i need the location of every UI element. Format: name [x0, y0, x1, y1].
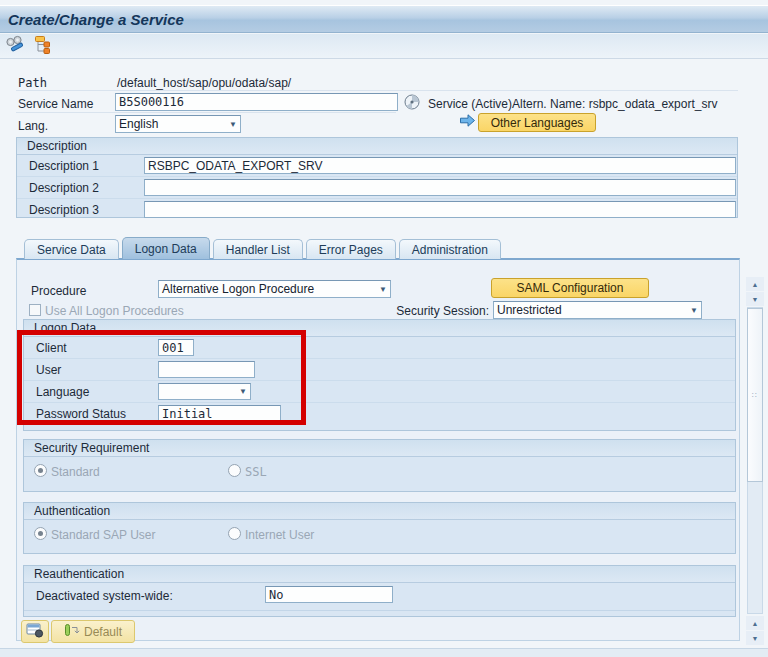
client-label: Client [36, 341, 67, 355]
standard-radio-label: Standard [51, 465, 100, 479]
user-label: User [36, 363, 61, 377]
security-requirement-header-label: Security Requirement [34, 441, 149, 455]
language-dropdown[interactable]: ▼ [158, 383, 251, 400]
standard-radio[interactable] [34, 464, 47, 477]
procedure-value: Alternative Logon Procedure [162, 282, 314, 296]
saml-configuration-button[interactable]: SAML Configuration [491, 278, 649, 298]
reauthentication-header-label: Reauthentication [34, 567, 124, 581]
hierarchy-button[interactable] [32, 36, 54, 57]
authentication-header-label: Authentication [34, 504, 110, 518]
window-titlebar: Create/Change a Service [0, 5, 768, 33]
tab-administration[interactable]: Administration [399, 239, 501, 259]
description-header-label: Description [27, 139, 87, 153]
description-2-input[interactable] [144, 179, 736, 196]
path-value: /default_host/sap/opu/odata/sap/ [117, 76, 291, 90]
client-input[interactable] [158, 339, 194, 356]
reauthentication-header: Reauthentication [24, 566, 735, 583]
reauthentication-group: Reauthentication Deactivated system-wide… [23, 565, 736, 617]
security-requirement-header: Security Requirement [24, 440, 735, 457]
logon-data-group: Logon Data Client User Language ▼ Passwo… [23, 319, 736, 431]
client-row: Client [24, 337, 735, 359]
use-all-logon-checkbox[interactable] [29, 304, 41, 316]
security-session-label: Security Session: [327, 304, 489, 318]
description-group-header: Description [17, 138, 737, 155]
display-change-button[interactable] [4, 36, 26, 57]
default-button[interactable]: Default [51, 620, 135, 643]
authentication-header: Authentication [24, 503, 735, 520]
logon-data-group-header: Logon Data [24, 320, 735, 337]
default-icon [64, 623, 80, 641]
procedure-label: Procedure [31, 284, 86, 298]
service-name-label: Service Name [18, 97, 93, 111]
description-row-1: Description 1 [17, 155, 737, 177]
arrow-right-icon [459, 113, 476, 131]
description-row-3: Description 3 [17, 199, 737, 221]
chevron-down-icon: ▼ [225, 120, 237, 129]
table-icon [26, 622, 44, 641]
default-button-label: Default [84, 625, 122, 639]
hierarchy-icon [33, 35, 53, 57]
procedure-dropdown[interactable]: Alternative Logon Procedure ▼ [158, 280, 391, 298]
tab-error-pages[interactable]: Error Pages [306, 239, 396, 259]
standard-sap-user-label: Standard SAP User [51, 528, 156, 542]
use-all-logon-label: Use All Logon Procedures [45, 304, 184, 318]
user-row: User [24, 359, 735, 381]
scroll-up-bottom-icon[interactable]: ▲ [746, 616, 764, 630]
scroll-up-icon[interactable]: ▲ [746, 277, 764, 291]
description-3-input[interactable] [144, 201, 736, 218]
user-input[interactable] [158, 361, 255, 378]
scroll-down-icon[interactable]: ▼ [746, 292, 764, 306]
security-session-value: Unrestricted [497, 303, 562, 317]
ssl-radio-label: SSL [245, 465, 267, 479]
description-group: Description Description 1 Description 2 … [16, 137, 738, 218]
password-status-row: Password Status [24, 403, 735, 425]
scrollbar-thumb[interactable]: ∷ [747, 308, 763, 482]
tab-logon-data[interactable]: Logon Data [122, 237, 210, 259]
language-label: Language [36, 385, 89, 399]
deactivated-input[interactable] [265, 586, 393, 603]
lang-value: English [119, 117, 158, 131]
window-bottom-edge [0, 648, 768, 657]
chevron-down-icon: ▼ [686, 306, 698, 315]
application-toolbar [0, 34, 768, 59]
tab-strip: Service Data Logon Data Handler List Err… [24, 237, 501, 259]
service-name-input[interactable] [115, 93, 398, 111]
description-2-label: Description 2 [29, 181, 99, 195]
tab-service-data[interactable]: Service Data [24, 239, 119, 259]
tab-handler-list[interactable]: Handler List [213, 239, 303, 259]
lang-label: Lang. [18, 119, 48, 133]
ssl-radio[interactable] [228, 464, 241, 477]
scroll-down-bottom-icon[interactable]: ▼ [746, 631, 764, 645]
security-requirement-group: Security Requirement Standard SSL [23, 439, 736, 492]
password-status-input[interactable] [158, 405, 281, 422]
chevron-down-icon: ▼ [375, 285, 387, 294]
service-active-icon [403, 93, 421, 114]
logon-data-panel: Procedure Alternative Logon Procedure ▼ … [16, 258, 740, 641]
language-row: Language ▼ [24, 381, 735, 403]
password-status-label: Password Status [36, 407, 126, 421]
service-altern-name: Altern. Name: rsbpc_odata_export_srv [512, 97, 717, 111]
logon-data-header-label: Logon Data [34, 321, 96, 335]
other-languages-button[interactable]: Other Languages [478, 113, 596, 132]
lang-dropdown[interactable]: English ▼ [115, 115, 241, 133]
table-settings-button[interactable] [21, 620, 49, 643]
path-label: Path [18, 76, 47, 90]
authentication-group: Authentication Standard SAP User Interne… [23, 502, 736, 554]
deactivated-label: Deactivated system-wide: [36, 589, 173, 603]
display-change-icon [5, 35, 25, 57]
page-title: Create/Change a Service [0, 11, 184, 28]
security-session-dropdown[interactable]: Unrestricted ▼ [493, 301, 702, 319]
internet-user-label: Internet User [245, 528, 314, 542]
internet-user-radio[interactable] [228, 527, 241, 540]
description-row-2: Description 2 [17, 177, 737, 199]
description-1-label: Description 1 [29, 159, 99, 173]
description-1-input[interactable] [144, 157, 736, 174]
vertical-scrollbar: ▲ ▼ ∷ ▲ ▼ [746, 277, 764, 646]
description-3-label: Description 3 [29, 203, 99, 217]
chevron-down-icon: ▼ [235, 387, 247, 396]
standard-sap-user-radio[interactable] [34, 527, 47, 540]
sap-window: Create/Change a Service [0, 0, 768, 657]
service-status-text: Service (Active) [428, 97, 512, 111]
